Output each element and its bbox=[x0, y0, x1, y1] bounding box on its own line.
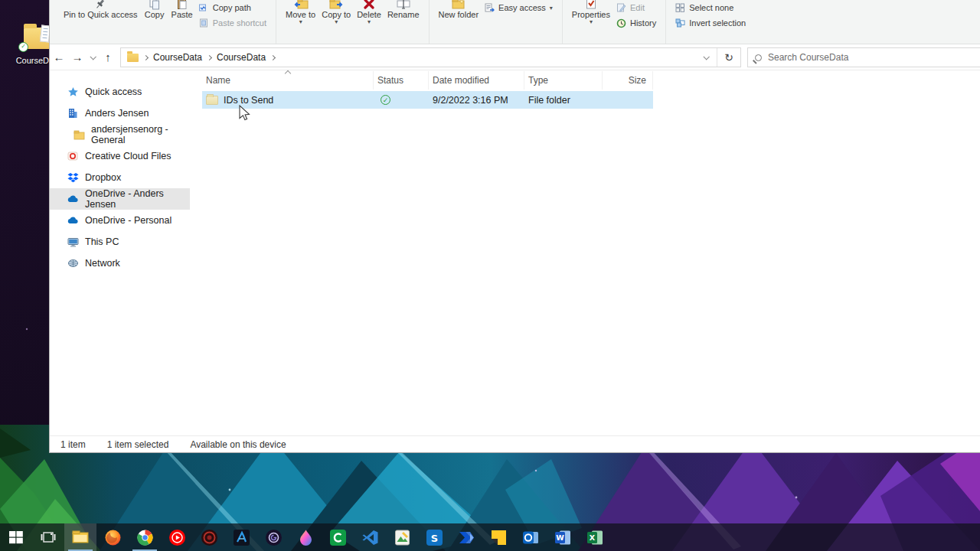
sidebar-item-dropbox[interactable]: Dropbox bbox=[50, 167, 190, 188]
ribbon-group-clipboard: Pin to Quick access Copy Paste bbox=[54, 0, 276, 44]
dropdown-caret: ▾ bbox=[590, 19, 593, 24]
svg-text:S: S bbox=[430, 532, 437, 543]
paste-button[interactable]: Paste bbox=[169, 0, 195, 19]
history-icon bbox=[616, 18, 626, 28]
sidebar-item-creative-cloud-files[interactable]: Creative Cloud Files bbox=[50, 145, 190, 167]
sidebar-item-quick-access[interactable]: Quick access bbox=[50, 81, 190, 103]
column-headers: Name Status Date modified Type Size bbox=[202, 71, 980, 90]
dropdown-caret: ▾ bbox=[335, 19, 338, 24]
excel-icon: X bbox=[586, 529, 604, 546]
paste-shortcut-icon bbox=[199, 18, 209, 28]
taskbar-icon-camtasia[interactable] bbox=[322, 523, 354, 551]
forward-button[interactable]: → bbox=[68, 48, 87, 67]
star-icon bbox=[67, 86, 79, 98]
breadcrumb: CourseData CourseData bbox=[121, 52, 695, 63]
sidebar-item-anders-jensen[interactable]: Anders Jensen bbox=[50, 103, 190, 124]
taskbar-icon-media-doc-app[interactable] bbox=[386, 523, 418, 551]
status-bar: 1 item 1 item selected Available on this… bbox=[50, 435, 980, 452]
address-dropdown-button[interactable] bbox=[695, 48, 717, 67]
sidebar-item-network[interactable]: Network bbox=[50, 253, 190, 274]
select-none-button[interactable]: Select none bbox=[673, 2, 748, 14]
youtube-music-icon bbox=[168, 529, 186, 546]
sidebar-item-label: Creative Cloud Files bbox=[85, 151, 172, 161]
sidebar-item-onedrive-personal[interactable]: OneDrive - Personal bbox=[50, 210, 190, 231]
taskbar-icon-sticky-notes[interactable] bbox=[482, 523, 514, 551]
taskbar-icon-power-automate[interactable] bbox=[450, 523, 482, 551]
move-to-button[interactable]: Move to ▾ bbox=[283, 0, 318, 24]
button-label: Rename bbox=[387, 10, 420, 19]
breadcrumb-segment[interactable]: CourseData bbox=[217, 52, 266, 63]
back-button[interactable]: ← bbox=[50, 48, 68, 67]
screen: ✓ CourseData Pin to Quick access Copy bbox=[0, 0, 980, 551]
sidebar-item-label: Quick access bbox=[85, 86, 142, 97]
word-icon: W bbox=[554, 529, 572, 546]
refresh-button[interactable]: ↻ bbox=[717, 48, 740, 67]
breadcrumb-segment[interactable]: CourseData bbox=[153, 52, 202, 63]
taskbar-icon-firefox[interactable] bbox=[96, 523, 129, 551]
sync-check-icon: ✓ bbox=[18, 42, 28, 52]
windows-logo-icon bbox=[8, 529, 24, 546]
pin-to-quick-access-button[interactable]: Pin to Quick access bbox=[61, 0, 140, 19]
task-view-button[interactable] bbox=[32, 523, 64, 551]
start-button[interactable] bbox=[0, 523, 32, 551]
button-label: New folder bbox=[439, 10, 479, 19]
sidebar-item-label: This PC bbox=[85, 236, 119, 247]
rename-icon bbox=[397, 0, 410, 10]
easy-access-button[interactable]: Easy access ▾ bbox=[482, 2, 555, 14]
column-header-type[interactable]: Type bbox=[524, 71, 603, 90]
up-button[interactable]: ↑ bbox=[99, 48, 117, 67]
invert-selection-button[interactable]: Invert selection bbox=[673, 17, 748, 29]
taskbar-icon-excel[interactable]: X bbox=[579, 523, 611, 551]
availability-status: Available on this device bbox=[190, 439, 286, 450]
properties-button[interactable]: Properties ▾ bbox=[570, 0, 612, 24]
delete-button[interactable]: Delete ▾ bbox=[354, 0, 384, 24]
button-label: Select none bbox=[689, 3, 733, 12]
new-folder-button[interactable]: New folder bbox=[436, 0, 482, 19]
file-row-ids-to-send[interactable]: IDs to Send 9/2/2022 3:16 PM File folder bbox=[202, 91, 653, 109]
sidebar-item-andersjensenorg-general[interactable]: andersjensenorg - General bbox=[50, 124, 190, 145]
taskbar-icon-snagit[interactable]: S bbox=[418, 523, 450, 551]
taskbar-icon-recorder-app[interactable] bbox=[193, 523, 225, 551]
column-header-status[interactable]: Status bbox=[374, 71, 429, 90]
taskbar-icon-graphics-app[interactable] bbox=[225, 523, 257, 551]
taskbar: S W X bbox=[0, 523, 980, 551]
paste-icon bbox=[176, 0, 188, 10]
recorder-app-icon bbox=[201, 529, 218, 546]
paste-shortcut-button[interactable]: Paste shortcut bbox=[197, 17, 269, 29]
taskbar-icon-outlook[interactable] bbox=[514, 523, 547, 551]
button-label: Invert selection bbox=[689, 18, 746, 28]
copy-button[interactable]: Copy bbox=[142, 0, 168, 19]
vscode-icon bbox=[361, 529, 379, 546]
sidebar-item-this-pc[interactable]: This PC bbox=[50, 231, 190, 253]
breadcrumb-bar[interactable]: CourseData CourseData ↻ bbox=[120, 47, 741, 67]
copy-to-button[interactable]: Copy to ▾ bbox=[319, 0, 353, 24]
sidebar-item-label: andersjensenorg - General bbox=[91, 124, 190, 145]
dropbox-icon bbox=[67, 171, 79, 184]
clipboard-small-buttons: Copy path Paste shortcut bbox=[197, 0, 269, 29]
taskbar-icon-file-explorer[interactable] bbox=[64, 523, 96, 551]
breadcrumb-chevron-icon bbox=[143, 54, 149, 60]
edit-button[interactable]: Edit bbox=[614, 2, 658, 14]
column-header-name[interactable]: Name bbox=[202, 71, 374, 90]
history-button[interactable]: History bbox=[614, 17, 658, 29]
taskbar-icon-vscode[interactable] bbox=[354, 523, 386, 551]
taskbar-icon-word[interactable]: W bbox=[547, 523, 579, 551]
ribbon: Pin to Quick access Copy Paste bbox=[50, 0, 980, 44]
sidebar-item-onedrive-anders-jensen[interactable]: OneDrive - Anders Jensen bbox=[50, 188, 190, 210]
column-header-size[interactable]: Size bbox=[603, 71, 653, 90]
taskbar-icon-youtube-music[interactable] bbox=[161, 523, 193, 551]
taskbar-icon-ring-logo-app[interactable] bbox=[257, 523, 289, 551]
taskbar-icon-paint-drop-app[interactable] bbox=[289, 523, 322, 551]
selection-count: 1 item selected bbox=[107, 439, 169, 450]
select-small-buttons: Select none Invert selection bbox=[673, 0, 748, 29]
column-header-date-modified[interactable]: Date modified bbox=[429, 71, 524, 90]
column-label: Name bbox=[206, 75, 230, 86]
recent-locations-button[interactable] bbox=[87, 48, 99, 67]
dropdown-caret: ▾ bbox=[299, 19, 302, 24]
ribbon-group-open: Properties ▾ Edit History bbox=[562, 0, 665, 44]
rename-button[interactable]: Rename bbox=[385, 0, 422, 19]
taskbar-icon-chrome[interactable] bbox=[129, 523, 161, 551]
copy-path-button[interactable]: Copy path bbox=[197, 2, 269, 14]
search-box[interactable] bbox=[747, 47, 980, 67]
search-input[interactable] bbox=[768, 52, 936, 63]
